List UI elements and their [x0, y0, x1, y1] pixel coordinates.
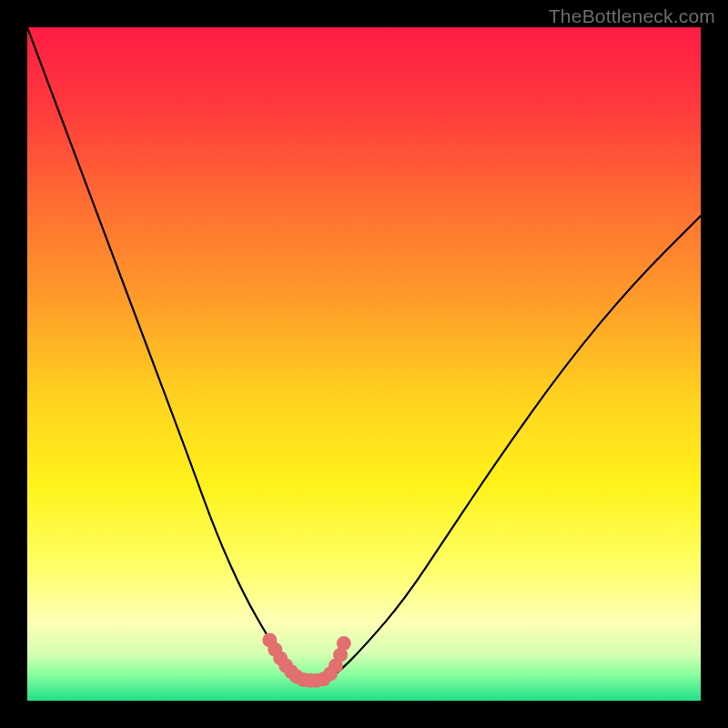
- chart-frame: TheBottleneck.com: [0, 0, 728, 728]
- bottleneck-chart: [27, 27, 701, 701]
- gradient-background: [27, 27, 701, 701]
- watermark-text: TheBottleneck.com: [549, 5, 715, 27]
- optimal-zone-dot: [337, 636, 351, 651]
